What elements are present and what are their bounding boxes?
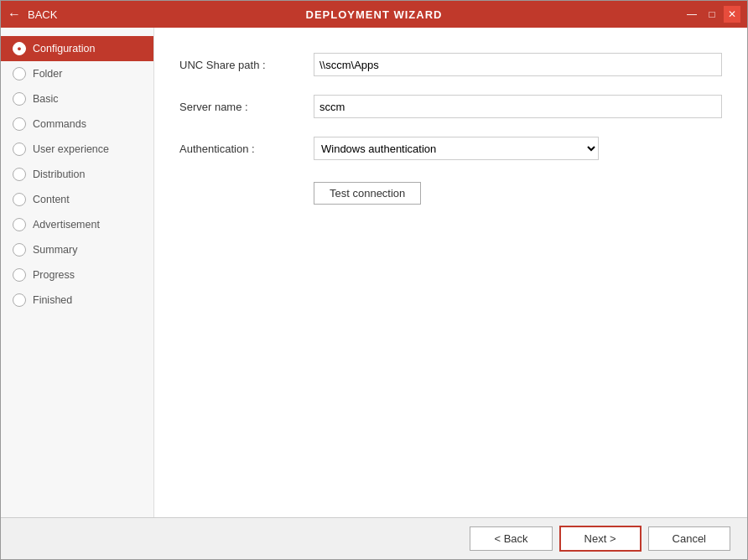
step-circle-folder [13,67,26,80]
window-controls: — □ ✕ [683,6,740,23]
footer: < Back Next > Cancel [1,517,747,559]
step-circle-configuration: ● [13,42,26,55]
sidebar-item-folder[interactable]: Folder [1,61,153,86]
unc-input[interactable] [314,53,722,76]
sidebar-item-finished[interactable]: Finished [1,288,153,313]
sidebar-item-distribution[interactable]: Distribution [1,162,153,187]
step-circle-summary [13,243,26,257]
sidebar-label-distribution: Distribution [33,169,86,180]
auth-select[interactable]: Windows authenticationSQL Server authent… [314,137,599,160]
sidebar-item-progress[interactable]: Progress [1,262,153,288]
title-bar: ← BACK DEPLOYMENT WIZARD — □ ✕ [1,1,747,28]
sidebar-label-advertisement: Advertisement [33,219,100,231]
sidebar-label-finished: Finished [33,294,72,306]
sidebar-label-basic: Basic [33,93,59,105]
sidebar-item-user-experience[interactable]: User experience [1,137,153,162]
sidebar-label-commands: Commands [33,118,86,130]
minimize-button[interactable]: — [683,6,700,23]
sidebar-item-basic[interactable]: Basic [1,86,153,111]
step-circle-distribution [13,168,26,181]
sidebar-item-content[interactable]: Content [1,187,153,212]
maximize-button[interactable]: □ [704,6,720,23]
sidebar-item-summary[interactable]: Summary [1,237,153,262]
back-arrow-icon: ← [8,7,21,22]
back-label: BACK [28,8,57,21]
step-circle-user-experience [13,143,26,156]
step-circle-finished [13,293,26,307]
sidebar-label-folder: Folder [33,68,62,80]
deployment-wizard-window: ← BACK DEPLOYMENT WIZARD — □ ✕ ●Configur… [0,0,748,560]
server-row: Server name : [179,95,722,118]
step-circle-basic [13,92,26,106]
test-connection-button[interactable]: Test connection [314,182,421,205]
step-circle-progress [13,268,26,282]
back-footer-button[interactable]: < Back [470,526,552,551]
sidebar-label-summary: Summary [33,244,77,256]
content-area: ●ConfigurationFolderBasicCommandsUser ex… [1,28,747,517]
server-label: Server name : [179,101,314,113]
window-title: DEPLOYMENT WIZARD [306,8,443,21]
step-circle-commands [13,117,26,131]
sidebar-label-content: Content [33,194,70,205]
sidebar-item-configuration[interactable]: ●Configuration [1,36,153,61]
main-panel: UNC Share path : Server name : Authentic… [154,28,747,517]
close-button[interactable]: ✕ [724,6,740,23]
sidebar: ●ConfigurationFolderBasicCommandsUser ex… [1,28,154,517]
unc-row: UNC Share path : [179,53,722,76]
server-input[interactable] [314,95,722,118]
sidebar-label-progress: Progress [33,269,75,281]
cancel-button[interactable]: Cancel [648,526,730,551]
test-connection-row: Test connection [179,179,722,205]
sidebar-item-advertisement[interactable]: Advertisement [1,212,153,237]
back-button[interactable]: ← BACK [8,7,57,22]
next-button[interactable]: Next > [559,526,642,552]
step-circle-content [13,193,26,206]
sidebar-item-commands[interactable]: Commands [1,111,153,137]
unc-label: UNC Share path : [179,59,314,71]
auth-label: Authentication : [179,143,314,155]
auth-row: Authentication : Windows authenticationS… [179,137,722,160]
sidebar-label-configuration: Configuration [33,43,95,54]
sidebar-label-user-experience: User experience [33,143,109,155]
step-circle-advertisement [13,218,26,231]
